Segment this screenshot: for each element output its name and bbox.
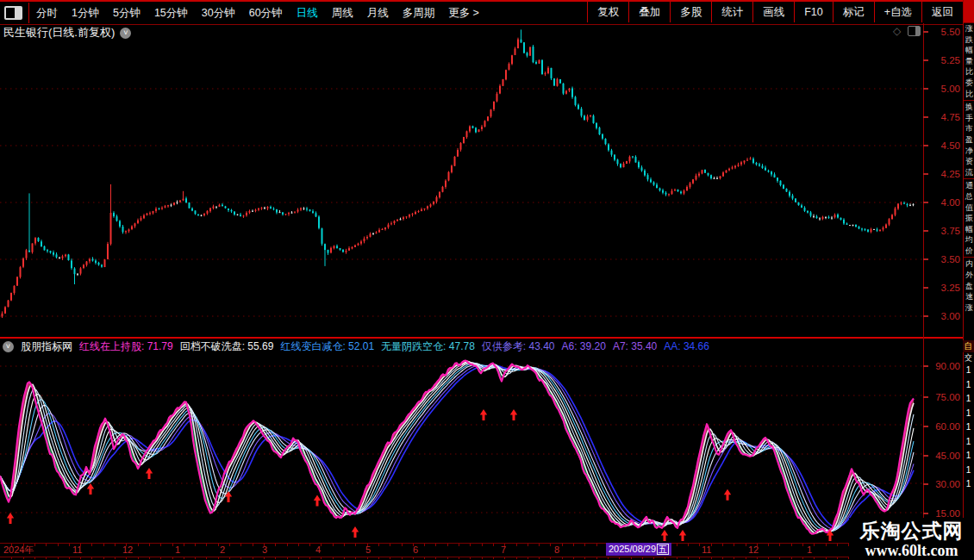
axis-tick [923, 59, 928, 61]
tool-item-+自选[interactable]: +自选 [874, 2, 921, 22]
minor-tick [562, 544, 563, 546]
timeframe-item-60分钟[interactable]: 60分钟 [242, 3, 290, 23]
minor-tick [402, 544, 403, 546]
minor-tick [482, 544, 483, 546]
timeframe-item-30分钟[interactable]: 30分钟 [195, 3, 242, 23]
timeframe-item-多周期[interactable]: 多周期 [396, 3, 442, 23]
buy-arrow [679, 530, 686, 541]
minor-tick [195, 544, 196, 546]
minor-tick [413, 544, 414, 546]
timeframe-item-更多 >[interactable]: 更多 > [441, 3, 486, 23]
layout-split-icon[interactable] [4, 6, 22, 20]
strip-char[interactable]: 市 [964, 123, 974, 134]
minor-tick [206, 544, 207, 546]
strip-char[interactable]: 内 [964, 258, 974, 270]
month-label: 1 [175, 544, 180, 556]
chevron-down-icon[interactable]: ˅ [120, 28, 131, 39]
strip-char[interactable]: 跌 [964, 34, 974, 46]
strip-char[interactable]: 净 [964, 146, 974, 157]
strip-char[interactable]: 通 [964, 180, 974, 191]
month-label: 2 [220, 544, 225, 556]
tool-item-标记[interactable]: 标记 [833, 2, 874, 22]
watermark-site-name: 乐淘公式网 [860, 520, 964, 542]
tool-item-画线[interactable]: 画线 [752, 2, 794, 22]
minor-tick [734, 544, 734, 546]
minor-tick [344, 544, 345, 546]
strip-char[interactable]: 比 [964, 89, 974, 100]
strip-char[interactable]: 速 [964, 291, 974, 302]
axis-tick [923, 230, 928, 232]
minor-tick [550, 544, 551, 546]
minor-tick [172, 544, 173, 546]
month-label: 2024年 [3, 544, 34, 556]
timeframe-item-5分钟[interactable]: 5分钟 [106, 3, 147, 23]
axis-label: 60.00 [926, 421, 960, 432]
indicator-name[interactable]: 股朋指标网 [21, 339, 72, 354]
minor-tick [333, 544, 334, 546]
tool-item-统计[interactable]: 统计 [711, 2, 752, 22]
tool-item-多股[interactable]: 多股 [670, 2, 711, 22]
timeframe-item-1分钟[interactable]: 1分钟 [65, 3, 106, 23]
axis-label: 3.25 [926, 283, 960, 293]
strip-char[interactable]: 换 [964, 102, 974, 113]
minor-tick [34, 544, 35, 546]
minor-tick [516, 544, 517, 546]
axis-label: 5.25 [926, 55, 960, 65]
diamond-icon[interactable]: ◇ [893, 25, 901, 37]
chart-tools-menu: 复权叠加多股统计画线F10标记+自选返回 [587, 2, 963, 22]
minor-tick [309, 544, 310, 546]
strip-char[interactable]: 资 [964, 156, 974, 167]
tool-item-叠加[interactable]: 叠加 [628, 2, 670, 22]
timeframe-item-周线[interactable]: 周线 [325, 3, 360, 23]
legend-item: 红线在上持股: 71.79 [79, 340, 173, 352]
strip-char[interactable]: 盈 [964, 134, 974, 146]
axis-border [923, 23, 924, 556]
minor-tick [424, 544, 425, 546]
axis-label: 4.25 [926, 169, 960, 179]
strip-char[interactable]: 值 [964, 202, 974, 214]
strip-char[interactable]: 振 [964, 213, 974, 224]
strip-char[interactable]: 流 [964, 167, 974, 178]
strip-char[interactable]: 幅 [964, 45, 974, 56]
axis-label: 45.00 [926, 451, 960, 461]
timeframe-item-月线[interactable]: 月线 [360, 3, 396, 23]
tool-item-复权[interactable]: 复权 [587, 2, 628, 22]
indicator-header: ˅ 股朋指标网 红线在上持股: 71.79回档不破洗盘: 55.69红线变白减仓… [3, 339, 716, 354]
strip-char[interactable]: 涨 [964, 23, 974, 34]
minor-tick [264, 544, 265, 546]
candlestick-chart[interactable] [0, 23, 923, 339]
axis-label: 4.50 [926, 140, 960, 151]
minor-tick [184, 544, 184, 546]
strip-char[interactable]: 总 [964, 191, 974, 202]
axis-tick [923, 202, 928, 203]
indicator-collapse-icon[interactable]: ˅ [3, 341, 14, 352]
strip-char[interactable]: 外 [964, 270, 974, 281]
strip-char[interactable]: 均 [964, 234, 974, 246]
minor-tick [837, 544, 838, 546]
timeframe-item-日线[interactable]: 日线 [290, 3, 325, 23]
trading-app-window: 分时1分钟5分钟15分钟30分钟60分钟日线周线月线多周期更多 > 复权叠加多股… [0, 0, 974, 560]
tool-item-返回[interactable]: 返回 [921, 2, 963, 22]
tool-item-F10[interactable]: F10 [794, 2, 833, 22]
indicator-chart[interactable] [0, 339, 923, 543]
strip-head[interactable]: 自 [963, 340, 974, 352]
minor-tick [287, 544, 288, 546]
strip-char[interactable]: 幅 [964, 224, 974, 235]
strip-char[interactable]: 比 [964, 66, 974, 78]
strip-char[interactable]: 价 [964, 246, 974, 257]
strip-char[interactable]: 涨 [964, 302, 974, 314]
minor-tick [826, 544, 827, 546]
minor-tick [504, 544, 505, 546]
timeframe-item-分时[interactable]: 分时 [29, 3, 65, 23]
panel-split-icon[interactable] [908, 26, 921, 36]
right-strip-indicator-section[interactable]: 自交111111111 [963, 340, 974, 492]
strip-char[interactable]: 量 [964, 56, 974, 67]
strip-char[interactable]: 手 [964, 113, 974, 124]
right-strip-header[interactable] [964, 0, 974, 23]
minor-tick [814, 544, 815, 546]
timeframe-item-15分钟[interactable]: 15分钟 [147, 3, 195, 23]
strip-char[interactable]: 盘 [964, 281, 974, 292]
strip-char[interactable]: 委 [964, 78, 974, 89]
time-axis[interactable]: 2024年111212345678011121 [0, 543, 963, 557]
minor-tick [779, 544, 780, 546]
